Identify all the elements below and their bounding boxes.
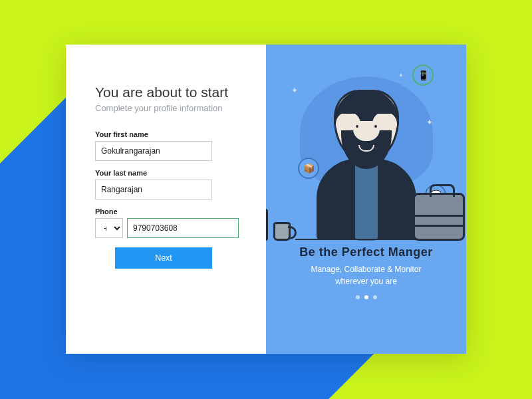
promo-title: Be the Perfect Manger xyxy=(266,245,466,259)
form-subtitle: Complete your profile information xyxy=(95,103,242,113)
phone-icon: 📱 xyxy=(412,65,434,86)
carousel-dots xyxy=(266,295,466,299)
person-hair xyxy=(334,90,399,124)
eye-icon xyxy=(356,125,358,128)
first-name-label: Your first name xyxy=(95,130,242,138)
promo-subtitle-line: wherever you are xyxy=(335,277,397,286)
first-name-row: Your first name xyxy=(95,130,242,161)
person-body xyxy=(317,159,416,240)
last-name-row: Your last name xyxy=(95,169,242,200)
carousel-dot[interactable] xyxy=(364,295,368,299)
form-panel: You are about to start Complete your pro… xyxy=(66,45,266,354)
walkie-talkie-icon xyxy=(266,209,268,241)
manager-illustration: ✦ ✦ ✦ • 📱 📦 💬 xyxy=(266,45,466,244)
phone-input[interactable] xyxy=(127,218,239,238)
last-name-label: Your last name xyxy=(95,169,242,177)
form-title: You are about to start xyxy=(95,84,242,100)
promo-subtitle: Manage, Collaborate & Monitor wherever y… xyxy=(266,263,466,287)
sparkle-icon: • xyxy=(400,71,402,80)
promo-subtitle-line: Manage, Collaborate & Monitor xyxy=(311,265,421,274)
box-icon: 📦 xyxy=(298,158,319,179)
mug-icon xyxy=(273,222,291,241)
country-code-select[interactable]: +91 xyxy=(95,218,123,238)
eye-icon xyxy=(374,125,377,128)
ground-line xyxy=(295,239,437,240)
phone-label: Phone xyxy=(95,207,242,215)
sparkle-icon: ✦ xyxy=(291,86,298,95)
last-name-input[interactable] xyxy=(95,180,212,200)
profile-form: Your first name Your last name Phone +91… xyxy=(95,130,242,269)
next-button[interactable]: Next xyxy=(115,247,212,269)
person-shirt xyxy=(355,161,378,241)
promo-panel: ✦ ✦ ✦ • 📱 📦 💬 Be the Perf xyxy=(266,45,466,354)
onboarding-card: You are about to start Complete your pro… xyxy=(66,45,466,354)
sparkle-icon: ✦ xyxy=(426,118,433,127)
phone-row: Phone +91 xyxy=(95,207,242,238)
carousel-dot[interactable] xyxy=(373,295,377,299)
first-name-input[interactable] xyxy=(95,141,212,161)
carousel-dot[interactable] xyxy=(356,295,360,299)
briefcase-icon xyxy=(413,193,465,241)
